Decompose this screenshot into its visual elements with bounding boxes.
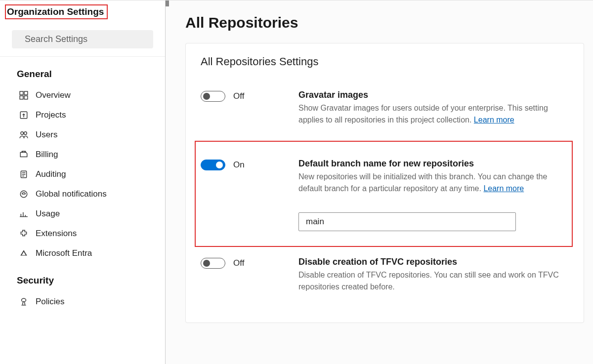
sidebar-item-label: Billing <box>36 150 58 160</box>
svg-point-9 <box>24 132 27 135</box>
sidebar-item-policies[interactable]: Policies <box>12 292 165 312</box>
main-content: All Repositories All Repositories Settin… <box>166 0 593 364</box>
sidebar-item-usage[interactable]: Usage <box>12 204 165 224</box>
users-icon <box>19 130 29 140</box>
entra-icon <box>19 248 29 258</box>
projects-icon <box>19 110 29 120</box>
setting-row-default-branch: On Default branch name for new repositor… <box>195 141 573 247</box>
sidebar-item-label: Overview <box>36 90 71 100</box>
sidebar-item-label: Usage <box>36 209 60 219</box>
sidebar-item-label: Microsoft Entra <box>36 248 92 258</box>
setting-title: Gravatar images <box>298 90 573 100</box>
toggle-disable-tfvc[interactable] <box>201 258 225 269</box>
section-header-general: General <box>0 57 165 83</box>
setting-description: Show Gravatar images for users outside o… <box>298 102 573 126</box>
setting-row-gravatar: Off Gravatar images Show Gravatar images… <box>201 90 573 141</box>
sidebar-item-projects[interactable]: Projects <box>12 105 165 125</box>
auditing-icon <box>19 169 29 179</box>
sidebar-item-label: Auditing <box>36 169 66 179</box>
svg-point-8 <box>21 132 24 135</box>
sidebar-item-billing[interactable]: Billing <box>12 145 165 164</box>
billing-icon <box>19 150 29 160</box>
setting-description: New repositories will be initialized wit… <box>298 171 567 195</box>
sidebar-item-overview[interactable]: Overview <box>12 85 165 105</box>
setting-description: Disable creation of TFVC repositories. Y… <box>298 269 573 293</box>
toggle-gravatar[interactable] <box>201 91 225 102</box>
usage-icon <box>19 209 29 219</box>
sidebar-item-label: Global notifications <box>36 189 107 199</box>
search-input[interactable]: Search Settings <box>12 30 153 48</box>
overview-icon <box>19 90 29 100</box>
search-placeholder: Search Settings <box>25 34 87 44</box>
sidebar-item-label: Projects <box>36 110 66 120</box>
section-header-security: Security <box>0 263 165 290</box>
svg-rect-3 <box>24 91 28 95</box>
svg-rect-5 <box>24 96 28 99</box>
extensions-icon <box>19 229 29 239</box>
sidebar-scrollbar[interactable] <box>165 0 169 364</box>
sidebar-item-label: Users <box>36 130 57 140</box>
sidebar-item-label: Extensions <box>36 229 77 239</box>
policies-icon <box>19 297 29 307</box>
toggle-state-label: Off <box>233 91 244 101</box>
sidebar: Organization Settings Search Settings Ge… <box>0 0 166 364</box>
sidebar-item-global-notifications[interactable]: Global notifications <box>12 184 165 204</box>
default-branch-input[interactable] <box>298 212 516 231</box>
settings-card: All Repositories Settings Off Gravatar i… <box>185 43 584 323</box>
sidebar-title-highlight: Organization Settings <box>5 4 108 19</box>
sidebar-item-microsoft-entra[interactable]: Microsoft Entra <box>12 243 165 263</box>
card-title: All Repositories Settings <box>201 55 573 68</box>
setting-title: Disable creation of TFVC repositories <box>298 257 573 267</box>
learn-more-link[interactable]: Learn more <box>483 184 524 193</box>
svg-rect-4 <box>20 96 23 99</box>
page-title: All Repositories <box>185 14 584 31</box>
svg-rect-2 <box>20 91 23 95</box>
svg-point-24 <box>22 298 26 302</box>
toggle-default-branch[interactable] <box>201 160 225 170</box>
sidebar-item-auditing[interactable]: Auditing <box>12 164 165 184</box>
nav-list-security: Policies <box>0 290 165 312</box>
setting-title: Default branch name for new repositories <box>298 159 567 169</box>
sidebar-title: Organization Settings <box>7 6 104 17</box>
toggle-state-label: Off <box>233 258 244 268</box>
sidebar-item-users[interactable]: Users <box>12 125 165 145</box>
learn-more-link[interactable]: Learn more <box>474 116 514 124</box>
toggle-state-label: On <box>233 160 245 170</box>
notifications-icon <box>19 189 29 199</box>
setting-row-disable-tfvc: Off Disable creation of TFVC repositorie… <box>201 257 573 308</box>
sidebar-item-extensions[interactable]: Extensions <box>12 224 165 243</box>
setting-description-text: Disable creation of TFVC repositories. Y… <box>298 271 559 291</box>
nav-list-general: Overview Projects Users Billing <box>0 83 165 263</box>
sidebar-item-label: Policies <box>36 297 65 307</box>
